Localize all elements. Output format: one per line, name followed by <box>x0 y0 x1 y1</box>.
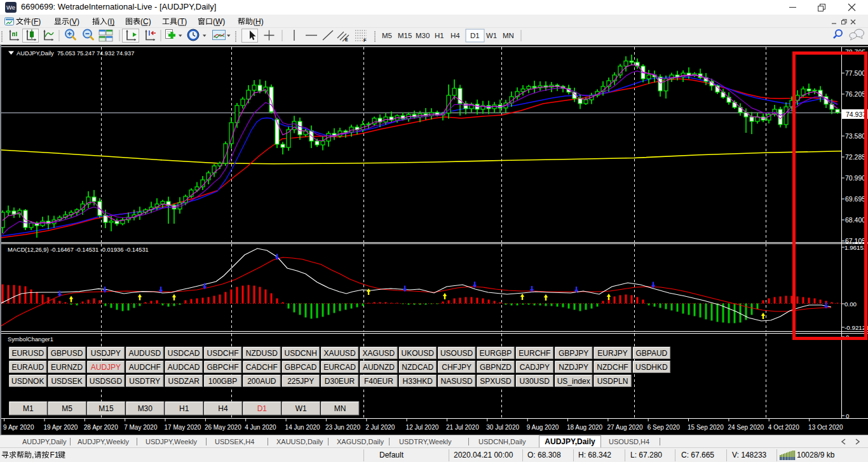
svg-text:F1: F1 <box>50 451 59 459</box>
svg-text:M30: M30 <box>138 404 153 413</box>
svg-text:0: 0 <box>846 412 850 419</box>
svg-text:CADCHF: CADCHF <box>246 363 278 372</box>
svg-text:AUDNZD: AUDNZD <box>363 363 395 372</box>
svg-text:4 Oct 2020: 4 Oct 2020 <box>768 424 799 431</box>
svg-text:200AUD: 200AUD <box>247 377 276 386</box>
svg-text:15 Sep 2020: 15 Sep 2020 <box>688 424 724 431</box>
svg-text:W1: W1 <box>486 32 497 39</box>
svg-text:D1: D1 <box>257 404 268 413</box>
svg-text:EURUSD: EURUSD <box>11 349 44 358</box>
svg-text:0.00: 0.00 <box>844 301 857 308</box>
svg-text:73.580: 73.580 <box>845 132 865 140</box>
svg-text:12 Jul 2020: 12 Jul 2020 <box>406 424 439 431</box>
svg-text:USDTRY: USDTRY <box>129 377 160 386</box>
svg-text:NASUSD: NASUSD <box>441 377 473 386</box>
svg-text:69.695: 69.695 <box>845 195 865 203</box>
svg-text:AUDUSD: AUDUSD <box>128 349 161 358</box>
svg-text:19 Apr 2020: 19 Apr 2020 <box>44 424 78 431</box>
svg-text:US_index: US_index <box>557 377 590 386</box>
svg-text:2 Jul 2020: 2 Jul 2020 <box>365 424 395 431</box>
svg-text:AUDCHF: AUDCHF <box>129 363 161 372</box>
svg-text:(H): (H) <box>253 17 264 26</box>
svg-text:SymbolChanger1: SymbolChanger1 <box>8 336 53 343</box>
svg-text:GBPJPY: GBPJPY <box>559 349 588 358</box>
svg-text:(V): (V) <box>69 17 79 26</box>
svg-text:28 Apr 2020: 28 Apr 2020 <box>84 424 118 431</box>
svg-text:F: F <box>363 38 367 43</box>
svg-text:D1: D1 <box>470 32 480 39</box>
svg-text:74.937: 74.937 <box>846 111 866 118</box>
svg-text:(I): (I) <box>107 17 114 26</box>
svg-text:F40EUR: F40EUR <box>364 377 393 386</box>
svg-text:XAGUSD: XAGUSD <box>363 349 395 358</box>
svg-text:GBPNZD: GBPNZD <box>480 363 512 372</box>
svg-text:MN: MN <box>503 32 514 39</box>
svg-text:USDCNH: USDCNH <box>285 349 317 358</box>
svg-text:MACD(12,26,9) -0.16467 -0.1453: MACD(12,26,9) -0.16467 -0.14531 -0.01936… <box>8 247 149 253</box>
svg-text:UKOUSD: UKOUSD <box>402 349 435 358</box>
svg-text:USDHKD: USDHKD <box>635 363 668 372</box>
svg-text:225JPY: 225JPY <box>287 377 314 386</box>
svg-text:USDZAR: USDZAR <box>168 377 200 386</box>
svg-text:EURCHF: EURCHF <box>519 349 550 358</box>
svg-text:17 May 2020: 17 May 2020 <box>165 424 201 431</box>
svg-text:H33HKD: H33HKD <box>403 377 433 386</box>
svg-text:26 May 2020: 26 May 2020 <box>205 424 241 431</box>
svg-text:USDCAD: USDCAD <box>168 349 200 358</box>
svg-text:GBPUSD: GBPUSD <box>51 349 83 358</box>
svg-text:SPXUSD: SPXUSD <box>480 377 512 386</box>
svg-text:EURJPY: EURJPY <box>597 349 627 358</box>
svg-text:H4: H4 <box>218 404 228 413</box>
svg-text:M1: M1 <box>23 404 34 413</box>
svg-text:EURAUD: EURAUD <box>11 363 44 372</box>
svg-text:AUDJPY: AUDJPY <box>91 363 121 372</box>
svg-text:M30: M30 <box>416 32 430 39</box>
svg-text:NZDJPY: NZDJPY <box>559 363 588 372</box>
svg-text:76.205: 76.205 <box>845 90 865 98</box>
svg-text:USDNOK: USDNOK <box>11 377 44 386</box>
svg-text:XAUUSD: XAUUSD <box>324 349 356 358</box>
svg-text:21 Jul 2020: 21 Jul 2020 <box>446 424 479 431</box>
svg-text:USDJPY: USDJPY <box>91 349 121 358</box>
svg-text:GBPCHF: GBPCHF <box>207 363 238 372</box>
svg-text:GBPAUD: GBPAUD <box>635 349 667 358</box>
svg-text:D30EUR: D30EUR <box>325 377 355 386</box>
svg-text:70.990: 70.990 <box>845 174 865 182</box>
svg-text:GBPCAD: GBPCAD <box>285 363 317 372</box>
svg-text:NZDCAD: NZDCAD <box>402 363 433 372</box>
svg-text:MN: MN <box>334 404 346 413</box>
svg-text:100GBP: 100GBP <box>208 377 237 386</box>
svg-text:M5: M5 <box>62 404 72 413</box>
svg-text:U30USD: U30USD <box>520 377 550 386</box>
svg-text:EURCAD: EURCAD <box>323 363 356 372</box>
svg-text:USDSEK: USDSEK <box>51 377 82 386</box>
svg-text:AUDJPY,Daily 75.053 75.247 74: AUDJPY,Daily 75.053 75.247 74.932 74.937 <box>17 50 134 57</box>
svg-text:CHFJPY: CHFJPY <box>442 363 471 372</box>
svg-text:M15: M15 <box>398 32 412 39</box>
svg-text:,: , <box>32 451 34 459</box>
svg-text:USDCHF: USDCHF <box>207 349 239 358</box>
svg-text:NZDUSD: NZDUSD <box>246 349 278 358</box>
svg-text:USDSGD: USDSGD <box>90 377 123 386</box>
svg-text:6 Sep 2020: 6 Sep 2020 <box>648 424 681 431</box>
svg-text:27 Aug 2020: 27 Aug 2020 <box>607 424 643 431</box>
svg-text:M5: M5 <box>382 32 392 39</box>
svg-text:30 Jul 2020: 30 Jul 2020 <box>486 424 519 431</box>
svg-text:W1: W1 <box>295 404 307 413</box>
svg-text:AUDCAD: AUDCAD <box>168 363 200 372</box>
svg-text:EURGBP: EURGBP <box>480 349 512 358</box>
svg-text:13 Oct 2020: 13 Oct 2020 <box>808 424 843 431</box>
svg-text:H1: H1 <box>435 32 444 39</box>
svg-text:77.500: 77.500 <box>845 69 865 77</box>
svg-text:USOUSD: USOUSD <box>440 349 473 358</box>
svg-text:USDPLN: USDPLN <box>597 377 628 386</box>
svg-text:(T): (T) <box>177 17 187 26</box>
svg-text:9 Aug 2020: 9 Aug 2020 <box>527 424 559 431</box>
svg-text:24 Sep 2020: 24 Sep 2020 <box>728 424 764 431</box>
svg-text:EURNZD: EURNZD <box>51 363 83 372</box>
svg-text:14 Jun 2020: 14 Jun 2020 <box>285 424 320 431</box>
svg-text:M15: M15 <box>98 404 114 413</box>
svg-text:23 Jun 2020: 23 Jun 2020 <box>325 424 360 431</box>
svg-text:E: E <box>345 37 348 42</box>
svg-text:(C): (C) <box>140 17 151 26</box>
